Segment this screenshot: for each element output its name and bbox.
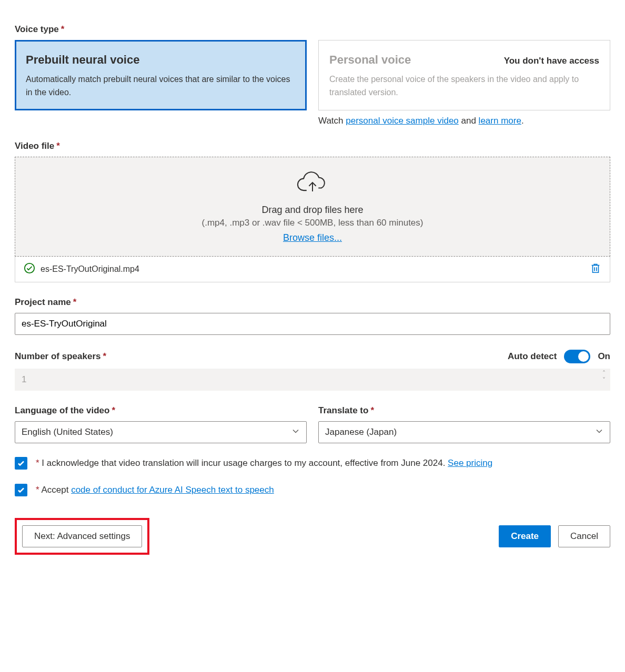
voice-type-label: Voice type* bbox=[15, 24, 610, 35]
chevron-down-icon bbox=[595, 426, 603, 437]
dropzone-hint: (.mp4, .mp3 or .wav file < 500MB, less t… bbox=[26, 218, 599, 228]
spin-up-icon[interactable]: ˄ bbox=[602, 370, 606, 377]
check-circle-icon bbox=[24, 262, 35, 276]
next-button-highlight: Next: Advanced settings bbox=[15, 518, 149, 555]
card-title: Personal voice bbox=[329, 53, 411, 67]
pricing-ack-checkbox[interactable] bbox=[15, 457, 27, 470]
translate-to-label: Translate to* bbox=[318, 405, 610, 416]
voice-card-prebuilt[interactable]: Prebuilt neural voice Automatically matc… bbox=[15, 40, 307, 110]
code-of-conduct-link[interactable]: code of conduct for Azure AI Speech text… bbox=[71, 485, 274, 495]
dropzone-text: Drag and drop files here bbox=[26, 205, 599, 216]
video-file-label: Video file* bbox=[15, 141, 610, 151]
project-name-label: Project name* bbox=[15, 297, 610, 308]
uploaded-file-name: es-ES-TryOutOriginal.mp4 bbox=[41, 264, 584, 274]
cancel-button[interactable]: Cancel bbox=[558, 525, 610, 547]
language-label: Language of the video* bbox=[15, 405, 307, 416]
language-select[interactable]: English (United States) bbox=[15, 421, 307, 443]
browse-files-link[interactable]: Browse files... bbox=[283, 232, 342, 243]
upload-cloud-icon bbox=[26, 171, 599, 198]
toggle-state-label: On bbox=[598, 351, 610, 362]
learn-more-link[interactable]: learn more bbox=[479, 116, 521, 126]
card-desc: Automatically match prebuilt neural voic… bbox=[26, 73, 296, 99]
delete-file-button[interactable] bbox=[590, 262, 601, 277]
next-advanced-button[interactable]: Next: Advanced settings bbox=[22, 525, 142, 547]
no-access-badge: You don't have access bbox=[504, 56, 599, 66]
project-name-input[interactable] bbox=[15, 313, 610, 335]
create-button[interactable]: Create bbox=[499, 525, 551, 547]
auto-detect-toggle[interactable] bbox=[564, 350, 590, 363]
sample-video-link[interactable]: personal voice sample video bbox=[346, 116, 459, 126]
voice-type-cards: Prebuilt neural voice Automatically matc… bbox=[15, 40, 610, 110]
pricing-ack-text: * I acknowledge that video translation w… bbox=[34, 456, 492, 470]
chevron-down-icon bbox=[291, 426, 300, 437]
conduct-ack-checkbox[interactable] bbox=[15, 484, 27, 496]
svg-point-0 bbox=[25, 263, 34, 272]
speakers-label: Number of speakers* bbox=[15, 351, 106, 362]
conduct-ack-text: * Accept code of conduct for Azure AI Sp… bbox=[34, 483, 274, 497]
personal-voice-hint: Watch personal voice sample video and le… bbox=[318, 116, 610, 126]
card-desc: Create the personal voice of the speaker… bbox=[329, 73, 599, 99]
auto-detect-label: Auto detect bbox=[508, 351, 557, 362]
card-title: Prebuilt neural voice bbox=[26, 53, 296, 67]
translate-to-select[interactable]: Japanese (Japan) bbox=[318, 421, 610, 443]
speakers-count-input: 1 ˄ ˅ bbox=[15, 369, 610, 391]
file-dropzone[interactable]: Drag and drop files here (.mp4, .mp3 or … bbox=[15, 157, 610, 257]
see-pricing-link[interactable]: See pricing bbox=[448, 458, 492, 468]
voice-card-personal[interactable]: Personal voice You don't have access Cre… bbox=[318, 40, 610, 110]
uploaded-file-row: es-ES-TryOutOriginal.mp4 bbox=[15, 257, 610, 282]
spin-down-icon[interactable]: ˅ bbox=[602, 377, 606, 384]
